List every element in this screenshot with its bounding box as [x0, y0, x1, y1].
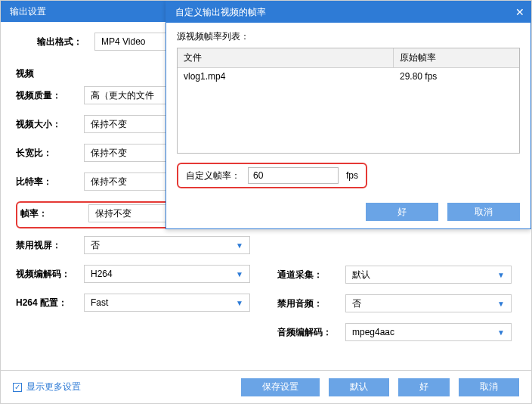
video-codec-label: 视频编解码：: [16, 268, 84, 281]
audio-codec-label: 音频编解码：: [277, 326, 345, 339]
disable-audio-select[interactable]: 否▼: [345, 294, 512, 312]
table-header: 文件 原始帧率: [178, 48, 519, 68]
chevron-down-icon: ▼: [497, 271, 505, 279]
disable-video-value: 否: [91, 239, 100, 252]
custom-fps-label: 自定义帧率：: [186, 169, 240, 182]
video-size-value: 保持不变: [91, 118, 127, 131]
video-size-label: 视频大小：: [16, 118, 84, 131]
main-title: 输出设置: [10, 6, 46, 17]
h264-value: Fast: [91, 297, 108, 308]
dialog-cancel-button[interactable]: 取消: [447, 203, 520, 221]
fps-label: 帧率：: [20, 207, 88, 220]
aspect-value: 保持不变: [91, 147, 127, 160]
output-format-value: MP4 Video: [101, 36, 145, 47]
video-codec-select[interactable]: H264▼: [84, 265, 250, 283]
disable-video-select[interactable]: 否▼: [84, 236, 250, 254]
cell-file: vlog1.mp4: [178, 68, 394, 85]
close-icon[interactable]: ✕: [509, 2, 530, 23]
source-fps-table: 文件 原始帧率 vlog1.mp4 29.80 fps: [177, 48, 520, 154]
cell-fps: 29.80 fps: [394, 68, 519, 85]
custom-fps-dialog: 自定义输出视频的帧率 ✕ 源视频帧率列表： 文件 原始帧率 vlog1.mp4 …: [165, 1, 531, 229]
disable-audio-label: 禁用音频：: [277, 297, 345, 310]
chevron-down-icon: ▼: [236, 270, 243, 278]
bottom-bar: ✓ 显示更多设置 保存设置 默认 好 取消: [1, 370, 531, 403]
h264-label: H264 配置：: [16, 297, 84, 309]
dialog-buttons: 好 取消: [366, 203, 520, 221]
show-more-label: 显示更多设置: [26, 381, 81, 393]
bitrate-label: 比特率：: [16, 176, 84, 188]
source-list-label: 源视频帧率列表：: [177, 30, 520, 43]
col-fps: 原始帧率: [394, 48, 519, 67]
disable-video-label: 禁用视屏：: [16, 239, 84, 252]
dialog-titlebar: 自定义输出视频的帧率 ✕: [166, 2, 530, 23]
fps-value: 保持不变: [95, 207, 131, 220]
custom-fps-input[interactable]: [248, 167, 339, 184]
channel-value: 默认: [352, 269, 370, 281]
fps-unit: fps: [346, 170, 358, 181]
chevron-down-icon: ▼: [497, 328, 505, 337]
custom-fps-row: 自定义帧率： fps: [177, 163, 367, 188]
disable-audio-value: 否: [352, 297, 361, 310]
output-format-label: 输出格式：: [37, 36, 82, 48]
video-codec-value: H264: [91, 269, 113, 279]
video-quality-value: 高（更大的文件: [91, 89, 154, 102]
h264-select[interactable]: Fast▼: [84, 294, 250, 312]
default-button[interactable]: 默认: [329, 378, 389, 396]
chevron-down-icon: ▼: [236, 299, 243, 307]
cancel-button[interactable]: 取消: [459, 378, 519, 396]
audio-codec-select[interactable]: mpeg4aac▼: [345, 323, 512, 341]
channel-select[interactable]: 默认▼: [345, 266, 512, 284]
save-button[interactable]: 保存设置: [241, 378, 320, 396]
ok-button[interactable]: 好: [398, 378, 450, 396]
check-icon: ✓: [13, 383, 22, 392]
dialog-title: 自定义输出视频的帧率: [175, 2, 266, 23]
chevron-down-icon: ▼: [497, 300, 505, 308]
show-more-checkbox[interactable]: ✓ 显示更多设置: [13, 381, 81, 393]
table-row[interactable]: vlog1.mp4 29.80 fps: [178, 68, 519, 85]
aspect-label: 长宽比：: [16, 147, 84, 160]
chevron-down-icon: ▼: [236, 241, 243, 250]
bitrate-value: 保持不变: [91, 176, 127, 188]
dialog-ok-button[interactable]: 好: [366, 203, 438, 221]
video-quality-label: 视频质量：: [16, 89, 84, 102]
col-file: 文件: [178, 48, 394, 67]
audio-codec-value: mpeg4aac: [352, 327, 394, 337]
channel-label: 通道采集：: [277, 269, 345, 281]
